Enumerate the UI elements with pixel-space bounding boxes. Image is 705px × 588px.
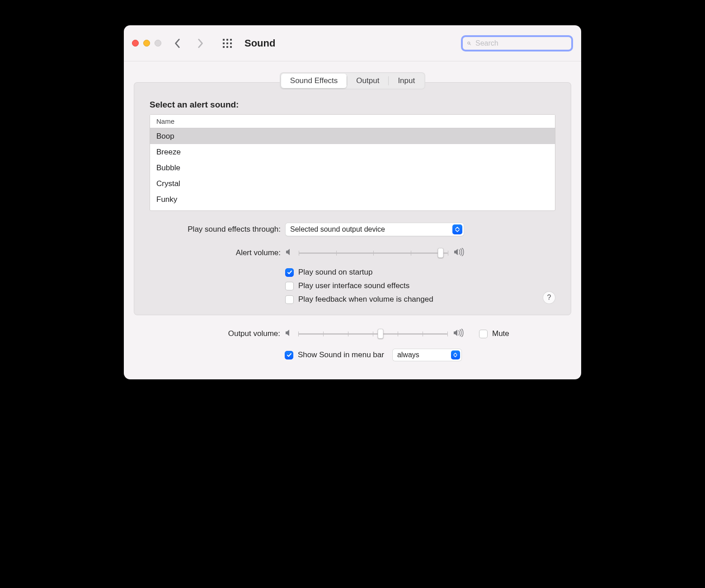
show-all-button[interactable] [218, 34, 236, 52]
show-in-menu-bar-checkbox[interactable]: Show Sound in menu bar [285, 350, 384, 359]
svg-rect-1 [226, 39, 228, 41]
popup-stepper-icon [451, 350, 460, 359]
page-title: Sound [244, 37, 275, 49]
alert-sound-list[interactable]: Name BoopBreezeBubbleCrystalFunkyHeroine [150, 114, 555, 211]
window-controls [132, 40, 161, 47]
alert-sound-row[interactable]: Funky [150, 191, 555, 207]
menu-bar-mode-value: always [397, 351, 419, 359]
svg-rect-5 [230, 42, 232, 44]
search-icon [467, 40, 471, 47]
svg-rect-8 [230, 46, 232, 48]
check-ui-sounds[interactable]: Play user interface sound effects [285, 281, 555, 290]
speaker-low-icon [285, 329, 293, 339]
check-play-on-startup[interactable]: Play sound on startup [285, 268, 555, 277]
popup-stepper-icon [452, 224, 462, 234]
alert-sound-row[interactable]: Boop [150, 128, 555, 144]
alert-volume-label: Alert volume: [236, 248, 281, 257]
speaker-low-icon [285, 248, 293, 258]
close-window-button[interactable] [132, 40, 139, 47]
zoom-window-button [155, 40, 161, 47]
speaker-high-icon [453, 329, 464, 339]
alert-sound-row[interactable]: Crystal [150, 176, 555, 191]
alert-sound-row[interactable]: Heroine [150, 207, 555, 210]
check-volume-feedback[interactable]: Play feedback when volume is changed [285, 295, 555, 304]
sound-prefs-window: Sound Sound Effects Output Input Select … [124, 25, 581, 379]
play-through-value: Selected sound output device [290, 225, 385, 233]
svg-rect-7 [226, 46, 228, 48]
alert-sound-row[interactable]: Breeze [150, 144, 555, 160]
chevron-right-icon [197, 38, 203, 48]
alert-sound-heading: Select an alert sound: [150, 100, 555, 110]
toolbar: Sound [124, 25, 581, 61]
alert-volume-slider[interactable] [285, 248, 464, 258]
alert-volume-thumb[interactable] [437, 248, 443, 258]
footer: Output volume: [124, 315, 581, 379]
check-ui-sounds-label: Play user interface sound effects [298, 281, 409, 290]
search-field[interactable] [461, 35, 573, 51]
output-volume-thumb[interactable] [377, 329, 383, 339]
svg-line-10 [470, 44, 470, 45]
show-in-menu-bar-label: Show Sound in menu bar [298, 350, 384, 359]
back-button[interactable] [169, 34, 187, 52]
svg-rect-2 [230, 39, 232, 41]
tab-sound-effects[interactable]: Sound Effects [281, 74, 347, 88]
list-header-name: Name [150, 115, 555, 128]
alert-sound-row[interactable]: Bubble [150, 160, 555, 176]
speaker-high-icon [453, 248, 464, 258]
tab-bar: Sound Effects Output Input [124, 72, 581, 89]
sound-effects-panel: Select an alert sound: Name BoopBreezeBu… [134, 82, 571, 315]
svg-rect-6 [223, 46, 225, 48]
play-through-popup[interactable]: Selected sound output device [285, 223, 464, 236]
tab-input[interactable]: Input [389, 74, 424, 88]
search-input[interactable] [475, 39, 567, 48]
svg-rect-3 [223, 42, 225, 44]
svg-rect-0 [223, 39, 225, 41]
mute-checkbox[interactable]: Mute [479, 329, 509, 338]
forward-button [191, 34, 209, 52]
svg-rect-4 [226, 42, 228, 44]
output-volume-label: Output volume: [228, 329, 280, 338]
play-through-label: Play sound effects through: [188, 225, 281, 234]
minimize-window-button[interactable] [143, 40, 150, 47]
check-play-on-startup-label: Play sound on startup [298, 268, 372, 277]
grid-icon [222, 38, 232, 48]
mute-label: Mute [492, 329, 509, 338]
output-volume-slider[interactable] [285, 329, 464, 339]
help-button[interactable]: ? [543, 291, 555, 304]
check-volume-feedback-label: Play feedback when volume is changed [298, 295, 433, 304]
tab-output[interactable]: Output [347, 74, 388, 88]
menu-bar-mode-popup[interactable]: always [392, 349, 462, 361]
chevron-left-icon [174, 38, 181, 48]
